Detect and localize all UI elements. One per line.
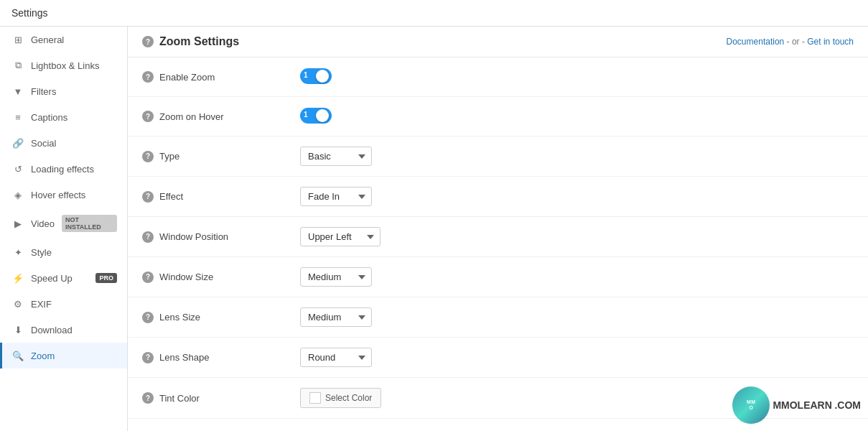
- label-text-type: Type: [159, 151, 179, 162]
- label-lens-size: ?Lens Size: [142, 312, 300, 323]
- sidebar-item-speed-up[interactable]: ⚡Speed Uppro: [0, 265, 127, 291]
- toggle-track-zoom-on-hover: 1: [300, 108, 332, 124]
- control-enable-zoom: 1: [300, 68, 332, 86]
- label-window-position: ?Window Position: [142, 231, 300, 243]
- label-window-size: ?Window Size: [142, 272, 300, 283]
- title-bar: Settings: [0, 0, 868, 27]
- label-zoom-on-hover: ?Zoom on Hover: [142, 111, 300, 122]
- watermark-text: MMOLEARN: [773, 399, 831, 411]
- badge-speed-up: pro: [95, 273, 117, 283]
- sidebar: ⊞General⧉Lightbox & Links▼Filters≡Captio…: [0, 27, 128, 431]
- help-window-size[interactable]: ?: [142, 272, 154, 283]
- app-body: ⊞General⧉Lightbox & Links▼Filters≡Captio…: [0, 27, 868, 431]
- sidebar-item-filters[interactable]: ▼Filters: [0, 78, 127, 104]
- sidebar-item-general[interactable]: ⊞General: [0, 27, 127, 52]
- toggle-enable-zoom[interactable]: 1: [300, 68, 332, 84]
- help-enable-zoom[interactable]: ?: [142, 71, 154, 83]
- help-lens-size[interactable]: ?: [142, 312, 154, 323]
- help-tint-color[interactable]: ?: [142, 392, 154, 404]
- sidebar-label-style: Style: [31, 247, 117, 258]
- label-text-window-size: Window Size: [159, 272, 213, 282]
- download-icon: ⬇: [12, 324, 24, 335]
- color-btn-tint-color[interactable]: Select Color: [300, 388, 381, 408]
- sidebar-item-hover-effects[interactable]: ◈Hover effects: [0, 182, 127, 208]
- label-text-lens-size: Lens Size: [159, 312, 200, 323]
- label-text-lens-shape: Lens Shape: [159, 352, 209, 363]
- label-enable-zoom: ?Enable Zoom: [142, 71, 300, 83]
- toggle-val-enable-zoom: 1: [304, 71, 308, 79]
- video-icon: ▶: [12, 218, 24, 229]
- control-type: BasicInnerLens: [300, 147, 372, 166]
- main-title-wrap: ? Zoom Settings: [142, 35, 239, 48]
- main-header: ? Zoom Settings Documentation - or - Get…: [128, 27, 868, 57]
- sidebar-label-filters: Filters: [31, 86, 117, 97]
- sidebar-label-social: Social: [31, 138, 117, 149]
- color-swatch-tint-color: [309, 392, 321, 404]
- sidebar-item-style[interactable]: ✦Style: [0, 239, 127, 265]
- select-effect[interactable]: Fade InSlideNone: [300, 187, 372, 206]
- select-lens-size[interactable]: SmallMediumLarge: [300, 307, 372, 327]
- label-text-zoom-on-hover: Zoom on Hover: [159, 111, 224, 122]
- contact-link[interactable]: Get in touch: [807, 37, 854, 47]
- row-zoom-on-hover: ?Zoom on Hover1: [128, 97, 868, 136]
- control-lens-shape: RoundSquare: [300, 348, 372, 367]
- sidebar-item-zoom[interactable]: 🔍Zoom: [0, 343, 127, 369]
- watermark-subtext: .COM: [834, 399, 861, 411]
- exif-icon: ⚙: [12, 298, 24, 310]
- toggle-zoom-on-hover[interactable]: 1: [300, 108, 332, 124]
- control-tint-color: Select Color: [300, 388, 381, 408]
- title-help-icon[interactable]: ?: [142, 36, 154, 47]
- label-text-effect: Effect: [159, 191, 183, 202]
- header-sep: - or -: [787, 37, 805, 47]
- main-content: ? Zoom Settings Documentation - or - Get…: [128, 27, 868, 431]
- watermark: MMO MMOLEARN .COM: [732, 386, 861, 424]
- sidebar-label-video: Video: [31, 218, 55, 229]
- select-type[interactable]: BasicInnerLens: [300, 147, 372, 166]
- sidebar-item-social[interactable]: 🔗Social: [0, 130, 127, 156]
- label-text-enable-zoom: Enable Zoom: [159, 72, 215, 83]
- sidebar-label-lightbox-links: Lightbox & Links: [31, 60, 117, 71]
- row-effect: ?EffectFade InSlideNone: [128, 177, 868, 217]
- control-lens-size: SmallMediumLarge: [300, 307, 372, 327]
- label-tint-color: ?Tint Color: [142, 392, 300, 404]
- sidebar-item-download[interactable]: ⬇Download: [0, 317, 127, 343]
- select-window-position[interactable]: Upper LeftUpper RightLower LeftLower Rig…: [300, 227, 381, 246]
- help-lens-shape[interactable]: ?: [142, 352, 154, 363]
- style-icon: ✦: [12, 246, 24, 258]
- help-type[interactable]: ?: [142, 151, 154, 162]
- control-effect: Fade InSlideNone: [300, 187, 372, 206]
- sidebar-label-loading-effects: Loading effects: [31, 164, 117, 175]
- row-lens-shape: ?Lens ShapeRoundSquare: [128, 338, 868, 378]
- row-lens-size: ?Lens SizeSmallMediumLarge: [128, 297, 868, 338]
- filter-icon: ▼: [12, 85, 24, 97]
- settings-rows: ?Enable Zoom1?Zoom on Hover1?TypeBasicIn…: [128, 57, 868, 431]
- label-text-tint-color: Tint Color: [159, 393, 200, 404]
- color-btn-label-tint-color: Select Color: [325, 393, 372, 403]
- zoom-icon: 🔍: [12, 350, 24, 361]
- help-window-position[interactable]: ?: [142, 231, 154, 243]
- sidebar-item-exif[interactable]: ⚙EXIF: [0, 291, 127, 317]
- loading-icon: ↺: [12, 163, 24, 175]
- toggle-thumb-zoom-on-hover: [316, 109, 329, 122]
- label-text-window-position: Window Position: [159, 231, 228, 242]
- control-window-position: Upper LeftUpper RightLower LeftLower Rig…: [300, 227, 381, 246]
- sidebar-item-video[interactable]: ▶Videonot installed: [0, 208, 127, 239]
- help-zoom-on-hover[interactable]: ?: [142, 111, 154, 122]
- sidebar-item-lightbox-links[interactable]: ⧉Lightbox & Links: [0, 52, 127, 78]
- sidebar-label-download: Download: [31, 325, 117, 335]
- sidebar-label-general: General: [31, 34, 117, 45]
- hover-icon: ◈: [12, 189, 24, 200]
- sidebar-label-exif: EXIF: [31, 299, 117, 310]
- sidebar-label-captions: Captions: [31, 112, 117, 123]
- sidebar-item-loading-effects[interactable]: ↺Loading effects: [0, 156, 127, 182]
- help-effect[interactable]: ?: [142, 191, 154, 203]
- sidebar-label-speed-up: Speed Up: [31, 273, 88, 284]
- social-icon: 🔗: [12, 137, 24, 149]
- documentation-link[interactable]: Documentation: [727, 37, 785, 47]
- select-lens-shape[interactable]: RoundSquare: [300, 348, 372, 367]
- sidebar-item-captions[interactable]: ≡Captions: [0, 104, 127, 130]
- select-window-size[interactable]: SmallMediumLarge: [300, 267, 372, 287]
- captions-icon: ≡: [12, 111, 24, 123]
- row-type: ?TypeBasicInnerLens: [128, 136, 868, 177]
- speed-icon: ⚡: [12, 272, 24, 284]
